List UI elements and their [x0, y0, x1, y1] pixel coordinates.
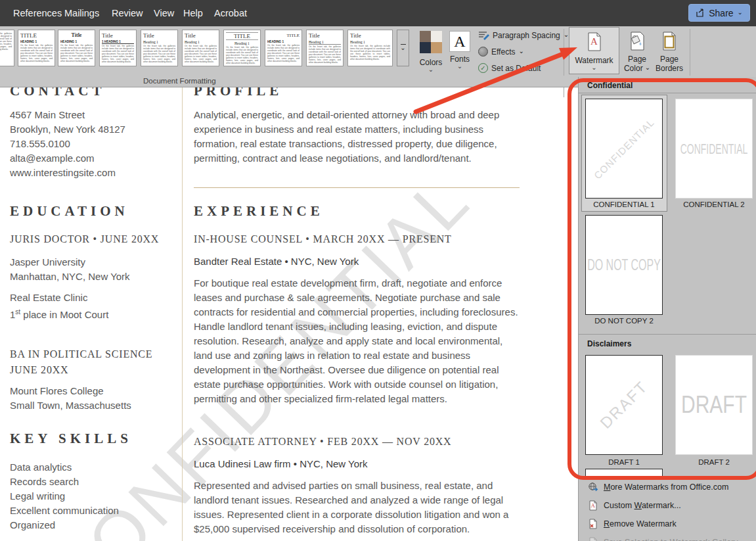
- style-gallery-item[interactable]: Title Heading 1 On the Insert tab, the g…: [306, 30, 344, 66]
- style-gallery-item[interactable]: On the Insert tab, the galleries include…: [0, 30, 14, 66]
- custom-watermark-icon: A: [588, 500, 598, 511]
- chevron-down-icon: [645, 64, 650, 71]
- page-color-label-2: Color: [624, 64, 650, 73]
- watermark-option-label: CONFIDENTIAL 1: [581, 200, 667, 208]
- thumb-text: DRAFT: [596, 377, 651, 432]
- style-gallery-item[interactable]: Title 1 HEADING 1 On the Insert tab, the…: [99, 30, 137, 66]
- style-preview-heading: HEADING 1: [267, 40, 300, 43]
- job2-description: Represented and advised parties on small…: [194, 479, 520, 536]
- menu-item-label: More Watermarks from Office.com: [604, 482, 728, 492]
- menu-review[interactable]: Review: [110, 0, 145, 26]
- set-as-default-button[interactable]: ✓ Set as Default: [478, 63, 541, 73]
- style-gallery-more-button[interactable]: [397, 30, 409, 66]
- key-skills-heading: KEY SKILLS: [10, 431, 132, 447]
- page-borders-button[interactable]: Page Borders: [654, 27, 685, 74]
- watermark-option-partial[interactable]: [585, 469, 663, 478]
- globe-icon: [588, 482, 598, 492]
- school-name: Jasper University: [10, 255, 130, 270]
- column-divider: [182, 87, 183, 541]
- effects-icon: [478, 47, 488, 57]
- school-location: Manhattan, NYC, New York: [10, 270, 130, 284]
- profile-heading: PROFILE: [194, 87, 520, 99]
- remove-watermark-icon: [588, 519, 598, 529]
- confidential-section-header: Confidential: [587, 81, 633, 90]
- chevron-down-icon: [738, 9, 743, 16]
- paragraph-spacing-button[interactable]: Paragraph Spacing: [478, 30, 569, 40]
- menu-view[interactable]: View: [152, 0, 175, 26]
- style-gallery-item[interactable]: Title Heading 1 On the Insert tab, the g…: [141, 30, 178, 66]
- svg-text:A: A: [590, 36, 598, 47]
- style-preview-heading: Heading 1: [350, 40, 390, 44]
- style-preview-body: On the Insert tab, the galleries include…: [185, 45, 217, 63]
- style-preview-heading: Heading 1: [309, 40, 341, 45]
- checkmark-circle-icon: ✓: [478, 63, 488, 73]
- watermark-option-label: DO NOT COPY 2: [581, 317, 667, 325]
- school-name: Mount Flores College: [10, 384, 131, 398]
- ribbon: On the Insert tab, the galleries include…: [0, 26, 756, 76]
- paragraph-spacing-label: Paragraph Spacing: [493, 31, 560, 40]
- style-preview-heading: HEADING 1: [60, 40, 93, 43]
- style-preview-body: On the Insert tab, the galleries include…: [60, 44, 93, 62]
- watermark-gallery-dropdown: Confidential CONFIDENTIAL CONFIDENTIAL 1…: [578, 77, 756, 541]
- effects-button[interactable]: Effects: [478, 47, 524, 57]
- document-formatting-group-label: Document Formatting: [143, 77, 216, 85]
- fonts-button[interactable]: A Fonts: [448, 27, 472, 74]
- top-menu-bar: References Mailings Review View Help Acr…: [0, 0, 756, 26]
- share-button[interactable]: Share: [688, 4, 750, 22]
- colors-button[interactable]: Colors: [418, 27, 444, 74]
- share-icon: [696, 9, 705, 18]
- style-gallery-item[interactable]: TITLE HEADING 1 On the Insert tab, the g…: [265, 30, 302, 66]
- menu-acrobat[interactable]: Acrobat: [213, 0, 248, 26]
- watermark-icon: A: [586, 32, 603, 55]
- remove-watermark-menu-item[interactable]: Remove Watermark: [579, 515, 756, 533]
- style-gallery-item[interactable]: TITLE Heading 1 On the Insert tab, the g…: [223, 30, 261, 66]
- chevron-down-icon: [564, 32, 569, 38]
- style-preview-heading: HEADING 1: [20, 40, 53, 43]
- education-honors: Real Estate Clinic 1st place in Moot Cou…: [10, 291, 108, 322]
- chevron-down-icon: [457, 63, 462, 70]
- style-preview-body: On the Insert tab, the galleries include…: [267, 44, 300, 62]
- menu-item-label: Remove Watermark: [604, 519, 677, 529]
- style-preview-title: Title: [185, 32, 217, 39]
- style-gallery-item[interactable]: Title HEADING 1 On the Insert tab, the g…: [58, 30, 95, 66]
- chevron-down-icon: [428, 66, 434, 73]
- thumb-text: DRAFT: [681, 392, 747, 419]
- style-preview-body: On the Insert tab, the galleries include…: [20, 44, 53, 62]
- clinic-line: Real Estate Clinic: [10, 291, 108, 305]
- menu-references[interactable]: References: [12, 0, 63, 26]
- style-preview-title: TITLE: [267, 32, 300, 39]
- style-preview-body: On the Insert tab, the galleries include…: [350, 45, 390, 60]
- contact-line: Brooklyn, New York 48127: [10, 122, 125, 137]
- skill-item: Organized: [10, 518, 119, 532]
- watermark-option-draft-1[interactable]: DRAFT: [585, 355, 663, 455]
- education-school-1: Jasper University Manhattan, NYC, New Yo…: [10, 255, 130, 284]
- watermark-button[interactable]: A Watermark: [569, 27, 619, 74]
- page-color-button[interactable]: Page Color: [622, 27, 652, 74]
- contact-line: 718.555.0100: [10, 137, 125, 151]
- more-watermarks-menu-item[interactable]: More Watermarks from Office.com: [579, 478, 756, 496]
- menu-mailings[interactable]: Mailings: [63, 0, 100, 26]
- style-preview-title: TITLE: [226, 32, 258, 40]
- watermark-option-draft-2[interactable]: DRAFT: [675, 355, 753, 455]
- contact-line: www.interestingsite.com: [10, 166, 125, 180]
- section-separator: [579, 334, 756, 335]
- set-as-default-label: Set as Default: [491, 64, 541, 73]
- style-preview-title: TITLE: [20, 32, 53, 39]
- save-selection-menu-item: Save Selection to Watermark Gallery...: [579, 533, 756, 541]
- custom-watermark-menu-item[interactable]: A Custom Watermark...: [579, 496, 756, 515]
- section-separator: [579, 93, 756, 93]
- watermark-option-do-not-copy-2[interactable]: DO NOT COPY: [585, 215, 663, 315]
- style-preview-body: On the Insert tab, the galleries include…: [226, 46, 258, 64]
- menu-help[interactable]: Help: [182, 0, 204, 26]
- style-gallery-item[interactable]: Title Heading 1 On the Insert tab, the g…: [182, 30, 219, 66]
- colors-icon: [420, 31, 442, 56]
- watermark-option-confidential-1[interactable]: CONFIDENTIAL: [585, 99, 663, 199]
- watermark-option-label: CONFIDENTIAL 2: [671, 200, 756, 208]
- thumb-text: CONFIDENTIAL: [680, 141, 748, 157]
- style-gallery-item[interactable]: Title Heading 1 On the Insert tab, the g…: [347, 30, 393, 66]
- page-color-label-1: Page: [628, 55, 646, 64]
- style-gallery-item[interactable]: TITLE HEADING 1 On the Insert tab, the g…: [18, 30, 55, 66]
- disclaimers-section-header: Disclaimers: [587, 339, 631, 348]
- education-degree-1: JURIS DOCTOR • JUNE 20XX: [10, 233, 159, 245]
- watermark-option-confidential-2[interactable]: CONFIDENTIAL: [675, 99, 753, 199]
